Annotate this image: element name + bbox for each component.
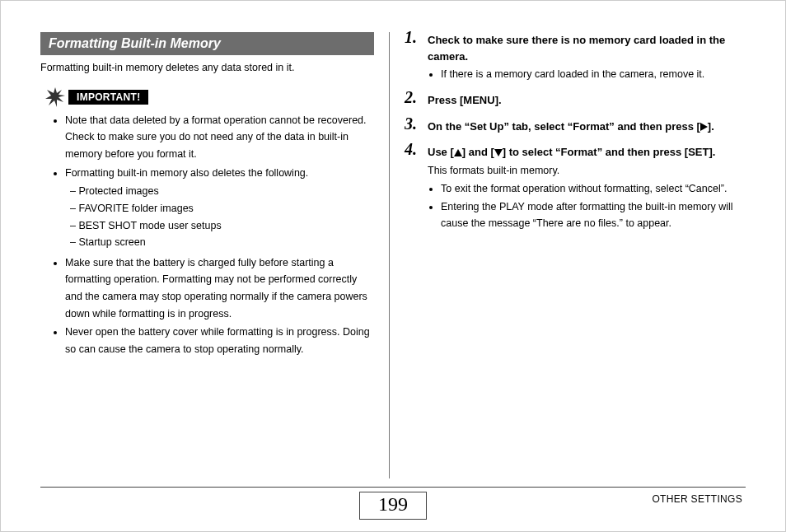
step-body: This formats built-in memory. xyxy=(428,162,746,179)
step-number: 4. xyxy=(405,140,417,159)
sub-bullets: Protected images FAVORITE folder images … xyxy=(65,183,374,251)
step-text: ] and [ xyxy=(462,146,494,158)
bullet-item: Note that data deleted by a format opera… xyxy=(65,112,374,163)
step-text: ] to select “Format” and then press [SET… xyxy=(503,146,716,158)
important-callout: IMPORTANT! xyxy=(45,87,374,107)
page-number: 199 xyxy=(359,492,427,520)
step-3: 3. On the “Set Up” tab, select “Format” … xyxy=(405,119,746,135)
right-column: 1. Check to make sure there is no memory… xyxy=(390,32,746,483)
bullet-text: Formatting built-in memory also deletes … xyxy=(65,167,308,179)
footer-section-label: OTHER SETTINGS xyxy=(652,493,742,505)
bullet-item: Formatting built-in memory also deletes … xyxy=(65,165,374,251)
triangle-right-icon xyxy=(700,123,708,131)
footer-rule xyxy=(40,487,746,488)
step-1: 1. Check to make sure there is no memory… xyxy=(405,32,746,82)
step-number: 2. xyxy=(405,88,417,107)
triangle-down-icon xyxy=(494,149,503,156)
sub-item: FAVORITE folder images xyxy=(70,200,374,217)
step-bullets: To exit the format operation without for… xyxy=(428,180,746,231)
steps-list: 1. Check to make sure there is no memory… xyxy=(405,32,746,231)
step-2: 2. Press [MENU]. xyxy=(405,92,746,109)
triangle-up-icon xyxy=(454,149,462,156)
step-heading: Use [] and [] to select “Format” and the… xyxy=(428,144,746,161)
bullet-item: Never open the battery cover while forma… xyxy=(65,324,374,357)
svg-marker-0 xyxy=(45,87,65,107)
step-bullet: Entering the PLAY mode after formatting … xyxy=(441,198,746,231)
section-heading: Formatting Built-in Memory xyxy=(40,32,374,55)
step-text: Use [ xyxy=(428,146,454,158)
bullet-item: Make sure that the battery is charged fu… xyxy=(65,254,374,323)
step-number: 3. xyxy=(405,114,417,133)
intro-text: Formatting built-in memory deletes any d… xyxy=(40,60,374,76)
left-column: Formatting Built-in Memory Formatting bu… xyxy=(40,32,389,483)
content-columns: Formatting Built-in Memory Formatting bu… xyxy=(40,32,746,483)
step-bullets: If there is a memory card loaded in the … xyxy=(428,66,746,82)
important-label: IMPORTANT! xyxy=(68,90,148,105)
sub-item: Protected images xyxy=(70,183,374,200)
sub-item: Startup screen xyxy=(70,234,374,251)
step-bullet: To exit the format operation without for… xyxy=(441,180,746,197)
step-bullet: If there is a memory card loaded in the … xyxy=(441,66,746,82)
step-text: On the “Set Up” tab, select “Format” and… xyxy=(428,120,700,133)
step-4: 4. Use [] and [] to select “Format” and … xyxy=(405,144,746,231)
step-heading: Press [MENU]. xyxy=(428,92,746,109)
starburst-icon xyxy=(45,87,65,107)
manual-page: Formatting Built-in Memory Formatting bu… xyxy=(0,0,786,532)
important-bullets: Note that data deleted by a format opera… xyxy=(40,112,374,358)
step-number: 1. xyxy=(405,28,417,47)
step-heading: On the “Set Up” tab, select “Format” and… xyxy=(428,119,746,135)
step-heading: Check to make sure there is no memory ca… xyxy=(428,32,746,64)
step-text: ]. xyxy=(708,120,714,133)
sub-item: BEST SHOT mode user setups xyxy=(70,217,374,235)
